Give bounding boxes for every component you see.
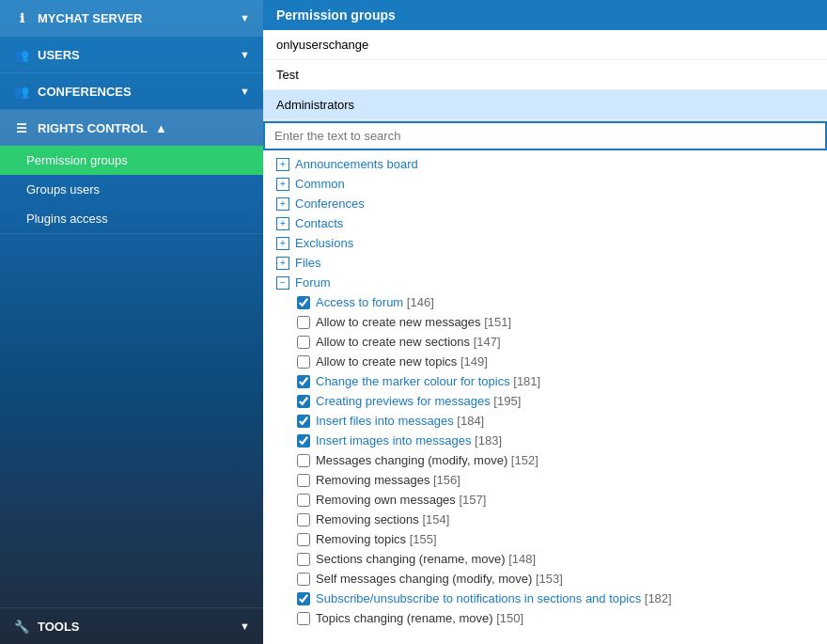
creating-previews-num: [195] [493,394,521,408]
permission-removing-sections: Removing sections [154] [263,510,827,529]
removing-messages-checkbox[interactable] [297,474,310,487]
topics-changing-label[interactable]: Topics changing (rename, move) [150] [316,611,523,625]
panel-title: Permission groups [276,8,396,23]
removing-own-messages-num: [157] [459,493,486,507]
permission-self-messages-changing: Self messages changing (modify, move) [1… [263,569,827,589]
sections-changing-num: [148] [508,552,536,566]
allow-create-messages-checkbox[interactable] [297,316,310,329]
panel-header: Permission groups [263,0,827,30]
insert-images-checkbox[interactable] [297,434,310,448]
tree-item-common[interactable]: + Common [263,174,827,194]
allow-create-topics-label[interactable]: Allow to create new topics [149] [316,354,488,369]
users-header[interactable]: 👥 USERS ▼ [0,37,263,72]
messages-changing-checkbox[interactable] [297,454,310,467]
sidebar-item-groups-users[interactable]: Groups users [0,175,263,204]
insert-files-checkbox[interactable] [297,415,310,428]
allow-create-sections-label[interactable]: Allow to create new sections [147] [316,335,501,349]
sections-changing-label[interactable]: Sections changing (rename, move) [148] [316,552,536,566]
forum-label: Forum [295,275,331,290]
group-administrators[interactable]: Administrators [263,90,827,120]
expand-exclusions-icon: + [276,237,289,250]
creating-previews-label[interactable]: Creating previews for messages [195] [316,394,521,408]
search-bar [263,121,827,150]
permission-insert-images: Insert images into messages [183] [263,431,827,450]
sidebar-item-permission-groups[interactable]: Permission groups [0,146,263,175]
removing-sections-label[interactable]: Removing sections [154] [316,512,449,526]
rights-control-header[interactable]: ☰ RIGHTS CONTROL ▲ [0,110,263,146]
allow-create-sections-checkbox[interactable] [297,336,310,349]
insert-images-text: Insert images into messages [316,433,471,448]
topics-changing-checkbox[interactable] [297,612,310,625]
group-onlyuserschange[interactable]: onlyuserschange [263,30,827,60]
conferences-header[interactable]: 👥 CONFERENCES ▼ [0,73,263,109]
subscribe-unsubscribe-label[interactable]: Subscribe/unsubscribe to notifications i… [316,591,672,605]
permission-removing-own-messages: Removing own messages [157] [263,490,827,510]
sidebar-bottom: 🔧 TOOLS ▼ [0,607,263,644]
subscribe-unsubscribe-checkbox[interactable] [297,592,310,605]
mychat-server-header[interactable]: ℹ MYCHAT SERVER ▼ [0,0,263,36]
self-messages-changing-num: [153] [536,572,563,586]
tree-item-files[interactable]: + Files [263,253,827,273]
permission-subscribe-unsubscribe: Subscribe/unsubscribe to notifications i… [263,589,827,608]
removing-own-messages-checkbox[interactable] [297,494,310,507]
creating-previews-checkbox[interactable] [297,395,310,408]
permission-messages-changing: Messages changing (modify, move) [152] [263,450,827,470]
permission-access-forum: Access to forum [146] [263,292,827,312]
self-messages-changing-checkbox[interactable] [297,573,310,586]
permission-sections-changing: Sections changing (rename, move) [148] [263,549,827,569]
sections-changing-checkbox[interactable] [297,553,310,566]
mychat-server-chevron: ▼ [240,12,250,24]
removing-own-messages-label[interactable]: Removing own messages [157] [316,493,486,507]
menu-icon: ☰ [13,119,30,136]
rights-control-section: ☰ RIGHTS CONTROL ▲ Permission groups Gro… [0,110,263,234]
change-marker-colour-text: Change the marker colour for topics [316,374,510,388]
conferences-section: 👥 CONFERENCES ▼ [0,73,263,110]
users-chevron: ▼ [240,49,250,60]
tree-item-announcements-board[interactable]: + Announcements board [263,154,827,174]
self-messages-changing-label[interactable]: Self messages changing (modify, move) [1… [316,572,563,586]
conferences-label: CONFERENCES [38,85,132,99]
change-marker-colour-label[interactable]: Change the marker colour for topics [181… [316,374,540,388]
permission-removing-topics: Removing topics [155] [263,529,827,549]
messages-changing-num: [152] [511,453,538,467]
permission-groups-list: onlyuserschange Test Administrators [263,30,827,121]
removing-topics-label[interactable]: Removing topics [155] [316,532,437,546]
change-marker-colour-num: [181] [513,374,540,388]
rights-control-chevron: ▲ [155,121,167,135]
insert-files-label[interactable]: Insert files into messages [184] [316,414,484,428]
removing-messages-label[interactable]: Removing messages [156] [316,473,460,487]
group-test[interactable]: Test [263,60,827,90]
mychat-server-label: MYCHAT SERVER [38,11,142,25]
expand-files-icon: + [276,257,289,270]
insert-images-num: [183] [475,433,502,448]
insert-files-num: [184] [457,414,484,428]
insert-images-label[interactable]: Insert images into messages [183] [316,433,502,448]
topics-changing-num: [150] [496,611,523,625]
tree-item-exclusions[interactable]: + Exclusions [263,233,827,253]
tools-header[interactable]: 🔧 TOOLS ▼ [0,608,263,644]
removing-topics-num: [155] [410,532,437,546]
tools-chevron: ▼ [240,620,250,632]
search-input[interactable] [274,129,816,143]
permission-allow-create-messages: Allow to create new messages [151] [263,312,827,332]
tree-item-contacts[interactable]: + Contacts [263,213,827,233]
allow-create-topics-checkbox[interactable] [297,355,310,369]
tree-item-forum[interactable]: − Forum [263,273,827,292]
permission-removing-messages: Removing messages [156] [263,470,827,490]
exclusions-label: Exclusions [295,236,353,250]
access-forum-label[interactable]: Access to forum [146] [316,295,434,309]
removing-sections-checkbox[interactable] [297,513,310,526]
access-forum-checkbox[interactable] [297,296,310,309]
messages-changing-label[interactable]: Messages changing (modify, move) [152] [316,453,538,467]
allow-create-messages-label[interactable]: Allow to create new messages [151] [316,315,511,329]
group-test-label: Test [276,68,299,82]
sidebar-item-plugins-access[interactable]: Plugins access [0,204,263,233]
conferences-chevron: ▼ [240,86,250,97]
group-administrators-label: Administrators [276,98,354,112]
removing-topics-checkbox[interactable] [297,533,310,546]
removing-sections-num: [154] [422,512,449,526]
tree-item-conferences[interactable]: + Conferences [263,194,827,213]
change-marker-colour-checkbox[interactable] [297,375,310,388]
permission-creating-previews: Creating previews for messages [195] [263,391,827,411]
allow-create-messages-num: [151] [484,315,511,329]
